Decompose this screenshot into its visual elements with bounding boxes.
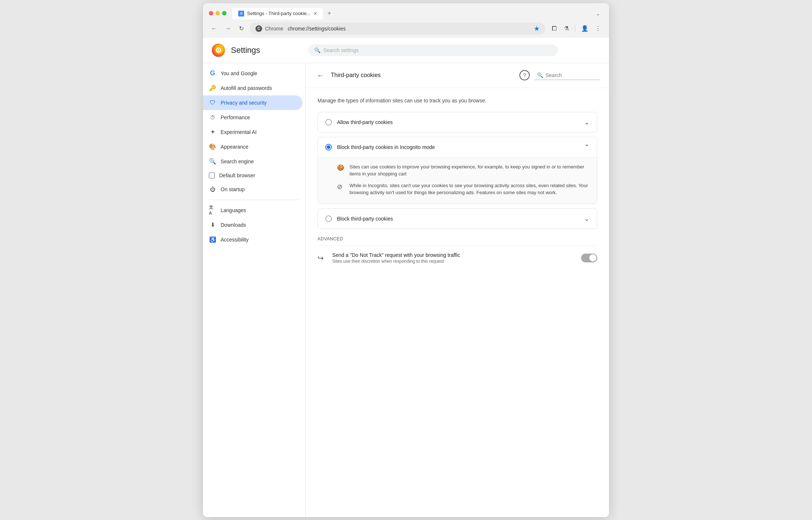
autofill-icon: 🔑: [209, 84, 216, 92]
minimize-button[interactable]: [215, 11, 220, 15]
option-block-all-card: Block third-party cookies ⌄: [318, 208, 597, 229]
google-g-icon: G: [209, 70, 216, 77]
chevron-down-icon: ⌄: [584, 118, 590, 126]
url-bar[interactable]: C Chrome chrome://settings/cookies ★: [250, 22, 545, 35]
tab-area: ⚙ Settings - Third-party cookie... ✕ + ⌄: [232, 7, 603, 19]
content-header: ← Third-party cookies ? 🔍: [306, 63, 609, 88]
toolbar-divider: [575, 25, 575, 32]
sidebar-item-label: Privacy and security: [221, 100, 267, 106]
option-allow-radio[interactable]: [325, 119, 332, 126]
settings-body: ⚙ Settings 🔍 Search settings G You and G…: [203, 38, 609, 517]
sidebar-item-label: Experimental AI: [221, 129, 257, 135]
body-item-cookies-text: Sites can use cookies to improve your br…: [349, 163, 590, 178]
title-bar: ⚙ Settings - Third-party cookie... ✕ + ⌄: [203, 3, 609, 19]
chevron-up-icon: ⌃: [584, 143, 590, 151]
accessibility-icon: ♿: [209, 236, 216, 243]
option-allow-header[interactable]: Allow third-party cookies ⌄: [318, 112, 597, 132]
sidebar-item-search-engine[interactable]: 🔍 Search engine: [203, 154, 302, 169]
profile-icon[interactable]: 👤: [579, 23, 591, 34]
option-block-incognito-label: Block third-party cookies in Incognito m…: [337, 144, 579, 150]
close-button[interactable]: [209, 11, 213, 15]
forward-nav-button[interactable]: →: [223, 24, 233, 33]
sidebar-item-downloads[interactable]: ⬇ Downloads: [203, 218, 302, 232]
sidebar-item-languages[interactable]: 文A Languages: [203, 203, 302, 218]
search-icon: 🔍: [314, 47, 320, 53]
downloads-icon: ⬇: [209, 221, 216, 229]
sidebar-item-privacy[interactable]: 🛡 Privacy and security: [203, 95, 302, 110]
new-tab-button[interactable]: +: [323, 7, 335, 19]
help-icon[interactable]: ?: [519, 70, 530, 80]
option-allow-card: Allow third-party cookies ⌄: [318, 112, 597, 132]
sidebar-item-label: You and Google: [221, 70, 257, 76]
search-settings-bar[interactable]: 🔍 Search settings: [308, 44, 558, 56]
content-search-bar[interactable]: 🔍: [534, 71, 600, 80]
sidebar-item-label: Search engine: [221, 159, 254, 164]
sidebar-divider: [209, 200, 300, 200]
option-allow-label: Allow third-party cookies: [337, 119, 579, 125]
sidebar-item-appearance[interactable]: 🎨 Appearance: [203, 139, 302, 154]
content-search-input[interactable]: [545, 72, 597, 78]
search-placeholder: Search settings: [323, 47, 359, 53]
appearance-icon: 🎨: [209, 143, 216, 150]
sidebar-item-label: Default browser: [219, 172, 255, 178]
option-block-incognito-header[interactable]: Block third-party cookies in Incognito m…: [318, 137, 597, 157]
option-block-all-header[interactable]: Block third-party cookies ⌄: [318, 209, 597, 229]
sidebar-item-autofill[interactable]: 🔑 Autofill and passwords: [203, 81, 302, 95]
sidebar: G You and Google 🔑 Autofill and password…: [203, 63, 306, 517]
sidebar-item-label: Downloads: [221, 222, 246, 228]
body-item-cookies: 🍪 Sites can use cookies to improve your …: [337, 163, 590, 178]
advanced-item-text: Send a "Do Not Track" request with your …: [332, 252, 575, 264]
tab-close-button[interactable]: ✕: [313, 11, 317, 16]
page-title: Third-party cookies: [331, 72, 515, 79]
traffic-lights: [209, 11, 226, 15]
option-block-incognito-body: 🍪 Sites can use cookies to improve your …: [318, 157, 597, 204]
settings-title: Settings: [231, 46, 260, 55]
bookmark-star-icon[interactable]: ★: [534, 25, 540, 33]
chrome-icon: C: [255, 25, 262, 32]
tab-menu-button[interactable]: ⌄: [593, 8, 603, 19]
menu-icon[interactable]: ⋮: [593, 23, 603, 34]
content-area: ← Third-party cookies ? 🔍 Manage the typ…: [306, 63, 609, 517]
intro-text: Manage the types of information sites ca…: [318, 97, 597, 105]
radio-selected-indicator: [327, 145, 330, 149]
ai-icon: ✦: [209, 128, 216, 136]
cookie-icon: 🍪: [337, 164, 345, 172]
tab-favicon: ⚙: [238, 11, 244, 17]
sidebar-item-you-and-google[interactable]: G You and Google: [203, 66, 302, 81]
content-search-icon: 🔍: [537, 72, 543, 78]
sidebar-item-experimental-ai[interactable]: ✦ Experimental AI: [203, 125, 302, 139]
reload-button[interactable]: ↻: [237, 23, 246, 33]
on-startup-icon: ⏻: [209, 186, 216, 193]
sidebar-item-label: Performance: [221, 114, 250, 120]
default-browser-icon: [209, 172, 215, 178]
option-block-all-label: Block third-party cookies: [337, 216, 579, 222]
do-not-track-sub-text: Sites use their discretion when respondi…: [332, 259, 575, 264]
back-button[interactable]: ←: [315, 69, 326, 82]
sidebar-item-default-browser[interactable]: Default browser: [203, 169, 302, 182]
do-not-track-toggle[interactable]: [581, 254, 597, 262]
back-nav-button[interactable]: ←: [209, 24, 219, 33]
sidebar-item-performance[interactable]: ⏱ Performance: [203, 110, 302, 125]
settings-main: G You and Google 🔑 Autofill and password…: [203, 63, 609, 517]
chevron-down-icon: ⌄: [584, 215, 590, 223]
settings-logo: ⚙: [212, 44, 225, 57]
option-block-incognito-radio[interactable]: [325, 144, 332, 150]
content-body: Manage the types of information sites ca…: [306, 88, 609, 279]
toolbar-icons: ⧠ ⚗ 👤 ⋮: [549, 23, 603, 34]
tab-title: Settings - Third-party cookie...: [247, 11, 311, 16]
option-block-all-radio[interactable]: [325, 215, 332, 222]
url-text: chrome://settings/cookies: [288, 26, 531, 32]
body-item-incognito-text: While in Incognito, sites can't use your…: [349, 182, 590, 196]
sidebar-item-label: Languages: [221, 207, 246, 213]
search-engine-icon: 🔍: [209, 158, 216, 165]
sidebar-item-accessibility[interactable]: ♿ Accessibility: [203, 232, 302, 247]
do-not-track-icon: ↪: [318, 254, 326, 262]
block-icon: ⊘: [337, 183, 345, 191]
maximize-button[interactable]: [222, 11, 226, 15]
sidebar-item-on-startup[interactable]: ⏻ On startup: [203, 182, 302, 197]
lab-icon[interactable]: ⚗: [562, 23, 571, 34]
extensions-icon[interactable]: ⧠: [549, 23, 559, 34]
option-block-incognito-card: Block third-party cookies in Incognito m…: [318, 137, 597, 204]
chrome-label: Chrome: [265, 26, 283, 32]
active-tab[interactable]: ⚙ Settings - Third-party cookie... ✕: [232, 8, 323, 19]
